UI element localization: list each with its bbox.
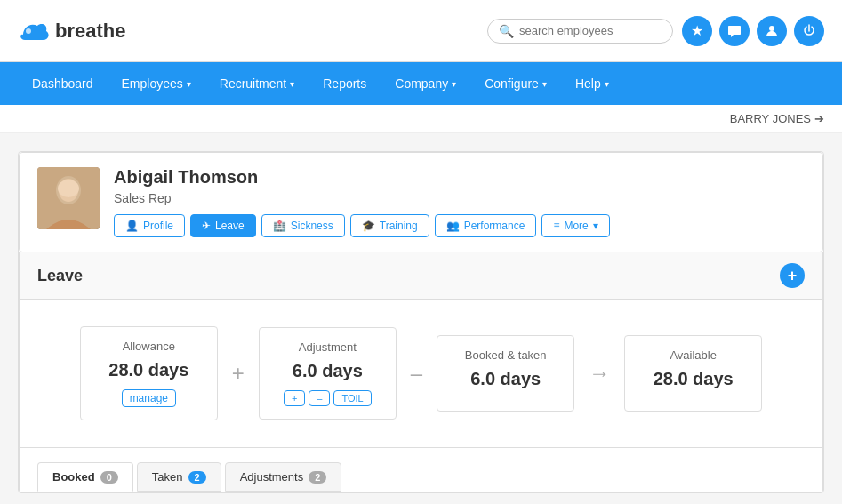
nav-employees[interactable]: Employees ▾: [108, 62, 205, 105]
leave-section-header: Leave +: [19, 252, 823, 300]
nav-reports[interactable]: Reports: [309, 62, 381, 105]
taken-badge: 2: [188, 471, 206, 484]
nav-recruitment[interactable]: Recruitment ▾: [205, 62, 309, 105]
arrow-separator: →: [574, 361, 624, 386]
tab-more[interactable]: ≡ More ▾: [541, 214, 609, 237]
user-bar: BARRY JONES ➔: [0, 105, 842, 133]
employee-card-container: Abigail Thomson Sales Rep 👤 Profile ✈ Le…: [18, 151, 824, 493]
current-user[interactable]: BARRY JONES ➔: [730, 112, 824, 125]
nav-company[interactable]: Company ▾: [381, 62, 470, 105]
add-leave-button[interactable]: +: [780, 263, 805, 288]
available-label: Available: [639, 348, 747, 362]
user-icon[interactable]: [757, 16, 787, 46]
minus-separator: –: [397, 361, 437, 386]
profile-icon: 👤: [125, 220, 139, 232]
search-input[interactable]: [519, 24, 662, 37]
booked-taken-label: Booked & taken: [452, 348, 559, 362]
recruitment-chevron-icon: ▾: [290, 79, 294, 89]
leave-bottom-tabs: Booked 0 Taken 2 Adjustments 2: [37, 462, 805, 492]
employees-chevron-icon: ▾: [187, 79, 191, 89]
booked-taken-value: 6.0 days: [452, 369, 559, 389]
logo: breathe: [18, 19, 125, 44]
svg-point-1: [769, 26, 774, 31]
breathe-logo-icon: [18, 19, 50, 44]
leave-section-title: Leave: [37, 267, 83, 285]
booked-taken-box: Booked & taken 6.0 days: [437, 335, 574, 412]
svg-point-0: [26, 28, 31, 34]
tab-profile[interactable]: 👤 Profile: [114, 214, 185, 237]
more-chevron-icon: ▾: [593, 220, 598, 232]
help-chevron-icon: ▾: [605, 79, 609, 89]
tab-adjustments[interactable]: Adjustments 2: [225, 462, 342, 492]
app-name: breathe: [55, 20, 125, 43]
adjustment-value: 6.0 days: [274, 361, 381, 381]
adjustment-label: Adjustment: [274, 340, 381, 354]
training-icon: 🎓: [362, 220, 375, 232]
top-header: breathe 🔍 ★: [0, 0, 842, 62]
allowance-value: 28.0 days: [95, 360, 203, 380]
booked-badge: 0: [100, 471, 118, 484]
leave-bottom-tabs-area: Booked 0 Taken 2 Adjustments 2: [19, 448, 823, 492]
search-icon: 🔍: [499, 24, 514, 38]
adjustments-badge: 2: [309, 471, 326, 484]
remove-adjustment-button[interactable]: –: [309, 390, 330, 406]
employee-job-title: Sales Rep: [114, 191, 805, 205]
leave-stats: Allowance 28.0 days manage + Adjustment …: [19, 300, 823, 448]
svg-point-5: [58, 180, 79, 197]
avatar-image: [37, 167, 100, 229]
tab-taken[interactable]: Taken 2: [137, 462, 221, 492]
main-nav: Dashboard Employees ▾ Recruitment ▾ Repo…: [0, 62, 842, 105]
employee-action-tabs: 👤 Profile ✈ Leave 🏥 Sickness 🎓 Training: [114, 214, 805, 237]
employee-name: Abigail Thomson: [114, 167, 805, 188]
header-icons: ★: [682, 16, 824, 46]
company-chevron-icon: ▾: [452, 79, 456, 89]
performance-icon: 👥: [446, 220, 460, 232]
configure-chevron-icon: ▾: [542, 79, 547, 89]
tab-performance[interactable]: 👥 Performance: [435, 214, 537, 237]
available-value: 28.0 days: [639, 369, 747, 389]
leave-icon: ✈: [202, 220, 211, 232]
available-box: Available 28.0 days: [624, 335, 762, 412]
user-arrow-icon: ➔: [814, 112, 824, 125]
employee-card: Abigail Thomson Sales Rep 👤 Profile ✈ Le…: [19, 152, 823, 252]
main-content: Abigail Thomson Sales Rep 👤 Profile ✈ Le…: [0, 133, 842, 504]
plus-separator: +: [218, 361, 259, 386]
messages-icon[interactable]: [719, 16, 750, 46]
header-right: 🔍 ★: [487, 16, 824, 46]
nav-configure[interactable]: Configure ▾: [470, 62, 561, 105]
adjustment-box: Adjustment 6.0 days + – TOIL: [259, 327, 397, 420]
adjustment-buttons: + – TOIL: [274, 390, 381, 406]
tab-sickness[interactable]: 🏥 Sickness: [261, 214, 345, 237]
sickness-icon: 🏥: [273, 220, 286, 232]
tab-training[interactable]: 🎓 Training: [350, 214, 429, 237]
power-icon[interactable]: [794, 16, 824, 46]
more-icon: ≡: [553, 220, 559, 232]
search-box[interactable]: 🔍: [487, 19, 673, 44]
allowance-box: Allowance 28.0 days manage: [80, 326, 218, 420]
favorites-icon[interactable]: ★: [682, 16, 712, 46]
tab-leave[interactable]: ✈ Leave: [190, 214, 256, 237]
add-adjustment-button[interactable]: +: [284, 390, 305, 406]
employee-info: Abigail Thomson Sales Rep 👤 Profile ✈ Le…: [114, 167, 805, 237]
nav-dashboard[interactable]: Dashboard: [18, 62, 108, 105]
manage-button[interactable]: manage: [122, 389, 176, 407]
toil-button[interactable]: TOIL: [333, 390, 371, 406]
employee-avatar: [37, 167, 100, 229]
nav-help[interactable]: Help ▾: [561, 62, 623, 105]
tab-booked[interactable]: Booked 0: [37, 462, 133, 492]
allowance-label: Allowance: [95, 340, 203, 353]
